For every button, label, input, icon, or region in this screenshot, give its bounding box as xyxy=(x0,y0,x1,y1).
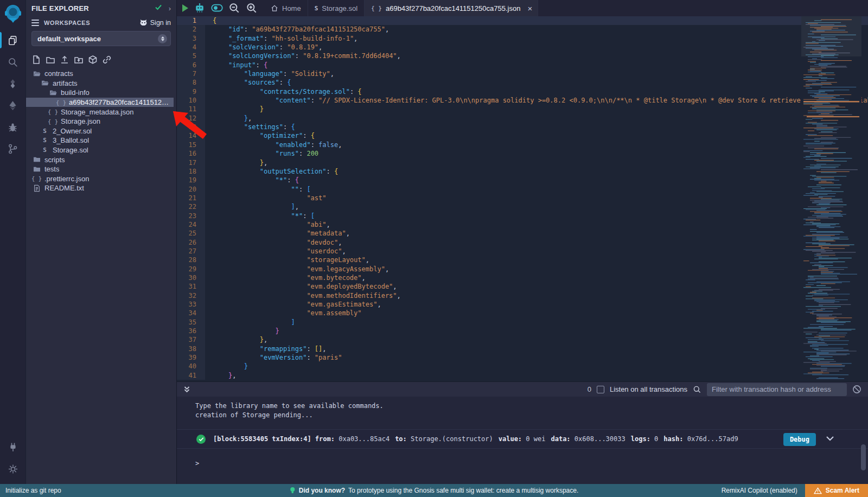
run-script-button[interactable] xyxy=(182,4,188,12)
tab-home[interactable]: Home xyxy=(264,0,308,16)
lightbulb-icon xyxy=(290,487,296,494)
zoom-out-icon[interactable] xyxy=(228,3,240,14)
code-line-39: 39 "evmVersion": "paris" xyxy=(177,353,868,362)
solidity-icon: S xyxy=(315,5,318,12)
new-file-icon[interactable] xyxy=(31,55,41,65)
line-number: 6 xyxy=(177,61,205,69)
activity-debugger-icon[interactable] xyxy=(0,116,26,138)
tree-item-artifacts[interactable]: artifacts xyxy=(26,79,176,88)
activity-git-icon[interactable] xyxy=(0,138,26,160)
code-text: "language": "Solidity", xyxy=(205,69,868,78)
workspace-menu-icon[interactable] xyxy=(31,20,39,26)
line-number: 29 xyxy=(177,265,205,273)
code-line-18: 18 "outputSelection": { xyxy=(177,167,868,176)
code-line-31: 31 "evm.deployedBytecode", xyxy=(177,282,868,291)
transaction-filter-input[interactable] xyxy=(707,383,847,396)
line-number: 3 xyxy=(177,34,205,43)
tree-item-contracts[interactable]: contracts xyxy=(26,69,176,79)
listen-all-checkbox[interactable] xyxy=(597,386,604,393)
new-folder-icon[interactable] xyxy=(46,55,55,65)
tree-item-label: scripts xyxy=(44,156,65,164)
terminal-log-line: creation of Storage pending... xyxy=(195,411,868,420)
copilot-toggle[interactable] xyxy=(211,3,223,14)
remix-ide-window: FILE EXPLORER › WORKSPACES Sign in defau… xyxy=(0,0,868,497)
tree-item--prettierrc-json[interactable]: { }.prettierrc.json xyxy=(26,174,176,184)
upload-file-icon[interactable] xyxy=(60,55,69,65)
code-line-35: 35 ] xyxy=(177,318,868,327)
search-icon xyxy=(7,56,18,68)
tree-item-scripts[interactable]: scripts xyxy=(26,155,176,164)
code-line-32: 32 "evm.methodIdentifiers", xyxy=(177,291,868,300)
line-number: 10 xyxy=(177,96,205,105)
tree-item-build-info[interactable]: build-info xyxy=(26,88,176,98)
tab-storage-sol[interactable]: SStorage.sol xyxy=(308,0,365,16)
file-explorer-icon xyxy=(7,35,18,46)
debugger-icon xyxy=(7,122,18,133)
tx-summary: [block:5583405 txIndex:4] from: 0xa03...… xyxy=(213,435,744,443)
code-text: } xyxy=(205,327,868,335)
activity-file-explorer-icon[interactable] xyxy=(0,29,26,51)
status-bar: Initialize as git repo Did you know? To … xyxy=(0,484,868,497)
ipfs-box-icon[interactable] xyxy=(88,55,98,65)
line-number: 9 xyxy=(177,87,205,96)
line-number: 4 xyxy=(177,43,205,52)
tree-item-2-owner-sol[interactable]: S2_Owner.sol xyxy=(26,126,176,136)
tree-item-storage-json[interactable]: { }Storage.json xyxy=(26,117,176,126)
minimap[interactable] xyxy=(801,16,861,381)
activity-settings-icon[interactable] xyxy=(0,458,26,480)
activity-solidity-compiler-icon[interactable] xyxy=(0,73,26,94)
upload-folder-icon[interactable] xyxy=(74,55,84,65)
git-init-button[interactable]: Initialize as git repo xyxy=(5,487,61,494)
tab-a69b43f277ba20fcac141151250ca755-json[interactable]: { }a69b43f277ba20fcac141151250ca755.json… xyxy=(365,0,538,16)
zoom-in-icon[interactable] xyxy=(246,3,258,14)
line-number: 27 xyxy=(177,247,205,256)
terminal-search-icon[interactable] xyxy=(693,385,701,394)
transaction-count: 0 xyxy=(588,385,591,393)
terminal-toolbar: 0 Listen on all transactions xyxy=(177,381,868,397)
close-tab-icon[interactable]: × xyxy=(527,4,532,12)
activity-deploy-run-icon[interactable] xyxy=(0,94,26,116)
ai-copilot-robot-icon[interactable] xyxy=(194,3,206,14)
workspace-select[interactable]: default_workspace xyxy=(31,31,171,46)
scam-alert-badge[interactable]: Scam Alert xyxy=(805,484,868,497)
folder-open-icon xyxy=(33,71,41,77)
tree-item-label: contracts xyxy=(44,69,73,78)
tree-item-label: build-info xyxy=(61,88,90,97)
terminal-prompt[interactable]: > xyxy=(195,460,199,467)
code-text: "ast" xyxy=(205,194,868,202)
code-line-22: 22 ], xyxy=(177,202,868,211)
code-line-20: 20 "": [ xyxy=(177,185,868,194)
code-line-1: 1{ xyxy=(177,16,868,25)
tree-item-storage-sol[interactable]: SStorage.sol xyxy=(26,145,176,155)
tree-item-a69b43f277ba20fcac141151250ca7-[interactable]: { }a69b43f277ba20fcac141151250ca7... xyxy=(26,98,174,107)
activity-plugin-manager-icon[interactable] xyxy=(0,436,26,458)
code-line-13: 13 "settings": { xyxy=(177,123,868,131)
activity-search-icon[interactable] xyxy=(0,51,26,73)
tx-expand-icon[interactable] xyxy=(826,435,834,443)
link-icon[interactable] xyxy=(102,55,112,65)
copilot-status[interactable]: RemixAI Copilot (enabled) xyxy=(722,487,797,494)
line-number: 1 xyxy=(177,16,205,25)
code-text: "evmVersion": "paris" xyxy=(205,353,868,362)
tree-item-label: a69b43f277ba20fcac141151250ca7... xyxy=(69,98,171,106)
terminal-collapse-icon[interactable] xyxy=(183,386,190,393)
chevron-right-icon[interactable]: › xyxy=(169,4,171,12)
terminal-scrollbar[interactable] xyxy=(861,444,866,470)
tree-item-3-ballot-sol[interactable]: S3_Ballot.sol xyxy=(26,136,176,145)
line-number: 32 xyxy=(177,291,205,300)
code-editor[interactable]: 1{2 "id": "a69b43f277ba20fcac141151250ca… xyxy=(177,16,868,381)
line-number: 35 xyxy=(177,318,205,327)
github-icon xyxy=(139,18,148,27)
code-text: }, xyxy=(205,114,868,123)
tree-item-tests[interactable]: tests xyxy=(26,164,176,174)
clear-console-icon[interactable] xyxy=(852,385,861,394)
tree-item-readme-txt[interactable]: README.txt xyxy=(26,183,176,193)
panel-title: FILE EXPLORER xyxy=(31,4,155,12)
tree-item-storage-metadata-json[interactable]: { }Storage_metadata.json xyxy=(26,107,176,117)
code-line-2: 2 "id": "a69b43f277ba20fcac141151250ca75… xyxy=(177,25,868,34)
transaction-log-row[interactable]: [block:5583405 txIndex:4] from: 0xa03...… xyxy=(177,429,868,449)
settings-icon xyxy=(8,463,18,474)
terminal-output[interactable]: Type the library name to see available c… xyxy=(177,397,868,484)
debug-button[interactable]: Debug xyxy=(783,433,816,446)
sign-in-button[interactable]: Sign in xyxy=(139,18,171,27)
